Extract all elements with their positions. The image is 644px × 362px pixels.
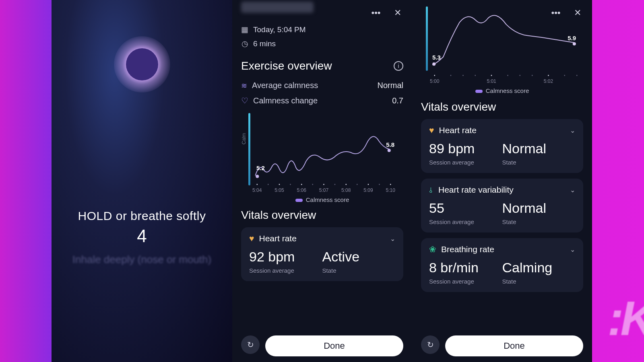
breathing-instructions: HOLD or breathe softly 4 Inhale deeply (… [72, 209, 211, 266]
instruction-text: HOLD or breathe softly [72, 209, 211, 223]
next-instruction: Inhale deeply (nose or mouth) [72, 253, 211, 266]
breathing-rate-card[interactable]: ❀Breathing rate⌄ 8 br/minSession average… [421, 238, 583, 292]
hrv-icon: ⫰ [429, 185, 433, 195]
card-title: Breathing rate [441, 245, 494, 254]
chart-start-label: 5.2 [256, 165, 265, 171]
avg-calmness-value: Normal [378, 81, 403, 90]
card-title: Heart rate [439, 125, 476, 135]
card-title: Heart rate [259, 234, 296, 243]
chart-legend-b: Calmness score [421, 87, 583, 94]
heart-rate-state: Active [322, 249, 396, 265]
heart-rate-card-b[interactable]: ♥Heart rate⌄ 89 bpmSession average Norma… [421, 119, 583, 173]
calmness-change-row: ♡Calmness change 0.7 [241, 93, 403, 108]
calendar-icon: ▦ [241, 25, 248, 34]
breathing-ring-icon [114, 36, 170, 93]
clock-icon: ◷ [241, 39, 248, 48]
y-axis-label: Calm [241, 133, 247, 144]
svg-point-0 [256, 175, 259, 178]
session-duration: ◷ 6 mins [241, 39, 403, 48]
session-timestamp: ▦ Today, 5:04 PM [241, 25, 403, 34]
heart-rate-value: 92 bpm [249, 249, 322, 265]
breathing-value: 8 br/min [429, 260, 502, 276]
chevron-down-icon[interactable]: ⌄ [570, 127, 575, 134]
heart-outline-icon: ♡ [241, 96, 248, 105]
chevron-down-icon[interactable]: ⌄ [390, 235, 395, 243]
avg-calmness-row: ≋Average calmness Normal [241, 78, 403, 93]
refresh-button[interactable]: ↻ [241, 335, 260, 354]
duration-text: 6 mins [253, 39, 276, 48]
legend-swatch [475, 90, 483, 93]
calmness-chart-b: 5.3 5.9 5:00... 5:01... 5:02.. Calmness … [421, 19, 583, 99]
chart-legend-a: Calmness score [241, 196, 403, 203]
refresh-button[interactable]: ↻ [421, 335, 440, 354]
chevron-down-icon[interactable]: ⌄ [570, 246, 575, 253]
waves-icon: ≋ [241, 81, 247, 90]
timestamp-text: Today, 5:04 PM [253, 25, 306, 34]
heart-icon: ♥ [249, 234, 254, 243]
vitals-heading-b: Vitals overview [421, 101, 583, 113]
y-axis-bar [248, 113, 250, 185]
vitals-heading-a: Vitals overview [241, 209, 403, 222]
svg-point-3 [573, 42, 576, 45]
more-icon[interactable]: ••• [370, 7, 382, 19]
watermark: :K [607, 290, 644, 346]
heart-rate-state: Normal [502, 141, 576, 156]
breathing-icon: ❀ [429, 245, 436, 254]
exercise-overview-heading: Exercise overview i [241, 60, 403, 72]
svg-point-2 [432, 62, 436, 66]
done-button[interactable]: Done [445, 335, 583, 356]
heart-rate-value: 89 bpm [429, 141, 502, 156]
close-icon[interactable]: ✕ [392, 7, 403, 19]
hrv-card[interactable]: ⫰Heart rate variability⌄ 55Session avera… [421, 179, 583, 232]
legend-swatch [295, 199, 303, 202]
y-axis-bar [426, 6, 428, 71]
svg-point-1 [388, 149, 391, 152]
heart-icon: ♥ [429, 125, 434, 135]
chart-end-label: 5.8 [386, 141, 394, 148]
info-icon[interactable]: i [394, 61, 403, 71]
countdown-number: 4 [72, 226, 211, 246]
calmness-change-value: 0.7 [392, 96, 403, 105]
session-panel-b: ••• ✕ 5.3 5.9 5:00... 5:01... 5:02.. Cal… [412, 0, 592, 362]
calmness-chart-a: Calm 5.2 5.8 5:04. 5:05. 5:06. 5:07. 5:0… [241, 113, 403, 206]
card-title: Heart rate variability [438, 185, 514, 195]
breathing-state: Calming [502, 260, 576, 276]
chart-end-label: 5.9 [568, 35, 576, 41]
hrv-value: 55 [429, 200, 502, 216]
hrv-state: Normal [502, 200, 576, 216]
session-panel-a: ••• ✕ ▦ Today, 5:04 PM ◷ 6 mins Exercise… [232, 0, 412, 362]
session-title-blurred [241, 2, 314, 13]
chevron-down-icon[interactable]: ⌄ [570, 186, 575, 194]
done-button[interactable]: Done [265, 335, 403, 356]
heart-rate-card-a[interactable]: ♥ Heart rate ⌄ 92 bpmSession average Act… [241, 227, 403, 281]
breathing-panel: HOLD or breathe softly 4 Inhale deeply (… [52, 0, 232, 362]
chart-start-label: 5.3 [432, 54, 441, 61]
